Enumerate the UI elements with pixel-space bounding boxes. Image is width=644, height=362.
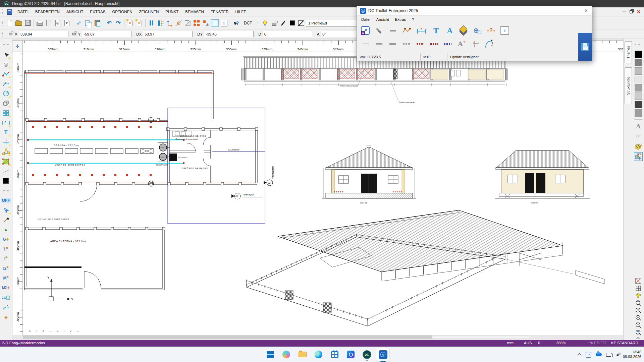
- record-macro-icon[interactable]: R✱: [126, 18, 135, 28]
- snap-center-gravity[interactable]: CG: [1, 293, 11, 302]
- x-lock-icon[interactable]: [9, 33, 12, 35]
- text-tool[interactable]: T: [1, 127, 11, 137]
- dialog-menu-item[interactable]: Extras: [392, 17, 409, 22]
- color-swatch[interactable]: [635, 109, 642, 117]
- two-view-toggle-active[interactable]: [210, 18, 219, 28]
- line-dashed-blue-button[interactable]: [443, 39, 452, 49]
- snap-origin[interactable]: ◈: [1, 312, 11, 322]
- help-points-button[interactable]: +?+: [487, 25, 495, 36]
- snap-line[interactable]: L*: [1, 244, 11, 254]
- x-input[interactable]: 339.94: [19, 31, 68, 37]
- start-button[interactable]: [264, 348, 277, 361]
- color-swatch[interactable]: [635, 84, 642, 92]
- line-thick-button[interactable]: [388, 39, 397, 49]
- open-file-button[interactable]: [14, 18, 23, 28]
- set-square-icon[interactable]: [183, 18, 192, 28]
- toolbar-grip[interactable]: [633, 40, 643, 50]
- tab-themes[interactable]: Themes: [625, 41, 632, 63]
- designcad-taskbar-icon[interactable]: DC: [360, 348, 373, 361]
- file-explorer-icon[interactable]: [296, 348, 309, 361]
- line-dashed-red-button[interactable]: [416, 39, 425, 49]
- dialog-menu-item[interactable]: Ansicht: [373, 17, 392, 22]
- zoom-previous-icon[interactable]: [634, 329, 642, 336]
- hand-pointer-icon[interactable]: ☞: [634, 132, 643, 141]
- triangle-snap-tool[interactable]: ▲: [1, 225, 11, 234]
- d-input[interactable]: 0: [263, 31, 312, 37]
- line-style-icon[interactable]: [297, 18, 306, 28]
- outlook-icon[interactable]: [344, 348, 357, 361]
- line-marker-button[interactable]: [471, 39, 480, 49]
- color-swatch[interactable]: [635, 59, 642, 66]
- y-lock-icon[interactable]: [72, 33, 75, 35]
- paste-button[interactable]: [93, 18, 102, 28]
- crosshair-toggle-icon[interactable]: [634, 292, 642, 299]
- toolbar-grip[interactable]: [1, 40, 11, 50]
- copilot-icon[interactable]: [280, 348, 293, 361]
- add-text-button[interactable]: A+: [457, 39, 466, 49]
- network-icon[interactable]: [606, 353, 611, 357]
- snap-midpoint-2[interactable]: M2+: [1, 283, 11, 293]
- color-swatch[interactable]: [635, 76, 642, 83]
- dy-input[interactable]: -39.45: [204, 31, 254, 37]
- mdi-minimize-icon[interactable]: ─: [623, 10, 626, 13]
- snap-gravity[interactable]: G+: [1, 234, 11, 244]
- wand-tool[interactable]: ★: [1, 215, 11, 225]
- arc-points-button[interactable]: +++: [485, 39, 493, 49]
- speaker-muted-icon[interactable]: ◀ⓧ: [616, 353, 619, 357]
- copy-button[interactable]: [84, 18, 93, 28]
- menu-item[interactable]: ZEICHNEN: [136, 8, 162, 15]
- menu-item[interactable]: FENSTER: [207, 8, 232, 15]
- zoom-out-icon[interactable]: [634, 321, 642, 329]
- lock-icon[interactable]: [270, 18, 279, 28]
- hatch-squares-tool[interactable]: [1, 108, 11, 118]
- microsoft-store-icon[interactable]: [328, 348, 341, 361]
- drawing-canvas[interactable]: GALINHEIRO 02 Elevação: [23, 52, 623, 335]
- selection-handles-icon[interactable]: [192, 18, 201, 28]
- menu-item[interactable]: HILFE: [232, 8, 250, 15]
- select-tool[interactable]: ▶: [1, 50, 11, 59]
- tray-app-icon[interactable]: ↗: [586, 352, 591, 358]
- grid-toggle-icon[interactable]: [634, 285, 642, 292]
- dx-input[interactable]: 53.97: [143, 31, 193, 37]
- menu-item[interactable]: BEARBEITEN: [32, 8, 63, 15]
- layers-button[interactable]: [459, 25, 468, 36]
- lightbulb-icon[interactable]: [261, 18, 270, 28]
- menu-item[interactable]: OPTIONEN: [109, 8, 136, 15]
- toolbar-grip[interactable]: [1, 186, 11, 195]
- dialog-menu-item[interactable]: ?: [409, 17, 417, 22]
- palette-icon[interactable]: [634, 142, 643, 151]
- snap-off-toggle[interactable]: OFF: [1, 195, 11, 205]
- redo-button[interactable]: ↷: [114, 18, 123, 28]
- toolbar-grip[interactable]: [257, 20, 259, 26]
- zoom-page-icon[interactable]: [634, 299, 642, 307]
- delete-view-icon[interactable]: [634, 277, 642, 285]
- cut-button[interactable]: ✂: [74, 18, 84, 28]
- hatch-fill-tool[interactable]: [1, 157, 11, 166]
- save-button[interactable]: [23, 18, 32, 28]
- print-preview-button[interactable]: [44, 18, 53, 28]
- toolbar-grip[interactable]: [2, 20, 3, 26]
- mdi-close-icon[interactable]: ✕: [637, 10, 641, 13]
- menu-item[interactable]: BEMAßEN: [182, 8, 207, 15]
- menu-item[interactable]: ANSICHT: [63, 8, 87, 15]
- polyline-tool[interactable]: [1, 69, 11, 79]
- toolbar-grip[interactable]: [2, 32, 3, 37]
- attach-tool-button[interactable]: [375, 25, 383, 36]
- onedrive-icon[interactable]: [596, 353, 602, 356]
- page-setup-button[interactable]: P: [62, 18, 71, 28]
- zoom-in-icon[interactable]: [634, 314, 642, 321]
- text-tool-button[interactable]: T: [432, 25, 440, 36]
- tray-chevron-icon[interactable]: [578, 353, 581, 357]
- info-button[interactable]: i: [500, 25, 509, 36]
- export-image-button[interactable]: [634, 152, 643, 161]
- new-file-button[interactable]: [5, 18, 14, 28]
- line-medium-button[interactable]: [375, 39, 383, 49]
- horizontal-scrollbar[interactable]: [23, 335, 530, 339]
- circle-tool[interactable]: [1, 88, 11, 98]
- print-button[interactable]: [35, 18, 44, 28]
- cube-3d-tool[interactable]: [1, 98, 11, 108]
- handle-size-icon[interactable]: [201, 18, 210, 28]
- section-point-tool[interactable]: [1, 137, 11, 147]
- color-swatch-black[interactable]: [1, 176, 11, 186]
- font-tool-button[interactable]: A: [445, 25, 454, 36]
